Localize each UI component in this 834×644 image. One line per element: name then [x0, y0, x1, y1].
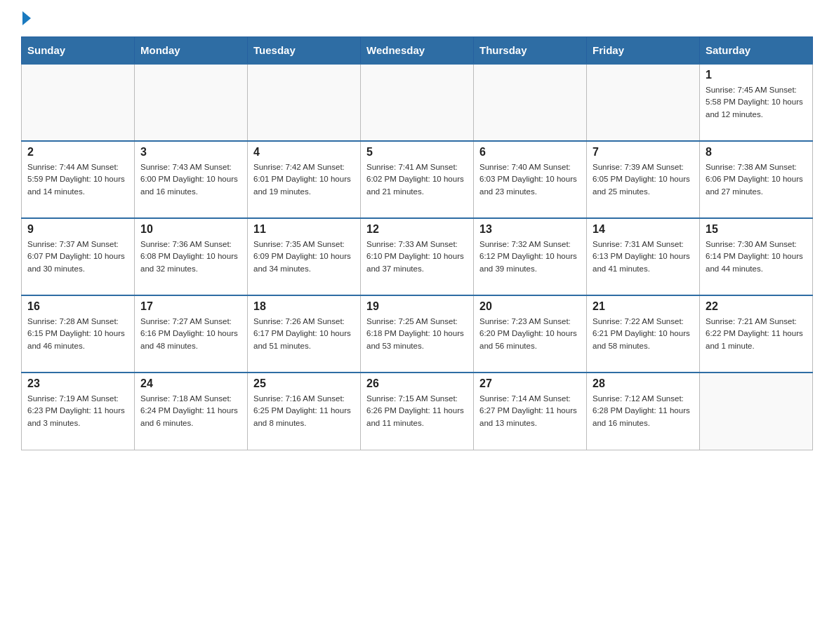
calendar-cell [587, 64, 700, 141]
calendar-cell: 4Sunrise: 7:42 AM Sunset: 6:01 PM Daylig… [248, 141, 361, 218]
day-number: 18 [253, 300, 355, 313]
column-header-thursday: Thursday [474, 37, 587, 65]
calendar-cell: 21Sunrise: 7:22 AM Sunset: 6:21 PM Dayli… [587, 295, 700, 373]
day-number: 25 [253, 377, 355, 390]
day-info: Sunrise: 7:12 AM Sunset: 6:28 PM Dayligh… [593, 393, 694, 429]
day-number: 24 [140, 377, 241, 390]
calendar-cell [474, 64, 587, 141]
calendar-header-row: SundayMondayTuesdayWednesdayThursdayFrid… [22, 37, 813, 65]
day-number: 12 [366, 223, 468, 236]
calendar-cell: 22Sunrise: 7:21 AM Sunset: 6:22 PM Dayli… [700, 295, 813, 373]
column-header-wednesday: Wednesday [361, 37, 474, 65]
day-info: Sunrise: 7:16 AM Sunset: 6:25 PM Dayligh… [253, 393, 355, 429]
day-number: 1 [706, 69, 807, 81]
day-info: Sunrise: 7:43 AM Sunset: 6:00 PM Dayligh… [140, 161, 241, 198]
day-number: 9 [27, 223, 128, 236]
day-number: 26 [366, 377, 468, 390]
day-number: 16 [27, 300, 128, 313]
day-info: Sunrise: 7:30 AM Sunset: 6:14 PM Dayligh… [706, 239, 807, 275]
day-info: Sunrise: 7:36 AM Sunset: 6:08 PM Dayligh… [140, 239, 241, 275]
day-info: Sunrise: 7:45 AM Sunset: 5:58 PM Dayligh… [706, 84, 807, 121]
day-number: 4 [253, 146, 355, 159]
calendar-cell [248, 64, 361, 141]
logo-text [21, 14, 31, 25]
column-header-sunday: Sunday [22, 37, 135, 65]
day-info: Sunrise: 7:22 AM Sunset: 6:21 PM Dayligh… [593, 316, 694, 352]
day-info: Sunrise: 7:37 AM Sunset: 6:07 PM Dayligh… [27, 239, 128, 275]
calendar-cell: 27Sunrise: 7:14 AM Sunset: 6:27 PM Dayli… [474, 373, 587, 450]
day-number: 2 [27, 146, 128, 159]
calendar-cell: 5Sunrise: 7:41 AM Sunset: 6:02 PM Daylig… [361, 141, 474, 218]
day-info: Sunrise: 7:25 AM Sunset: 6:18 PM Dayligh… [366, 316, 468, 352]
day-info: Sunrise: 7:40 AM Sunset: 6:03 PM Dayligh… [479, 161, 581, 198]
day-info: Sunrise: 7:21 AM Sunset: 6:22 PM Dayligh… [706, 316, 807, 352]
day-info: Sunrise: 7:19 AM Sunset: 6:23 PM Dayligh… [27, 393, 128, 429]
calendar-cell: 9Sunrise: 7:37 AM Sunset: 6:07 PM Daylig… [22, 218, 135, 295]
day-info: Sunrise: 7:31 AM Sunset: 6:13 PM Dayligh… [593, 239, 694, 275]
day-number: 7 [593, 146, 694, 159]
day-info: Sunrise: 7:33 AM Sunset: 6:10 PM Dayligh… [366, 239, 468, 275]
day-number: 22 [706, 300, 807, 313]
day-info: Sunrise: 7:27 AM Sunset: 6:16 PM Dayligh… [140, 316, 241, 352]
day-info: Sunrise: 7:32 AM Sunset: 6:12 PM Dayligh… [479, 239, 581, 275]
calendar-cell: 16Sunrise: 7:28 AM Sunset: 6:15 PM Dayli… [22, 295, 135, 373]
week-row-2: 2Sunrise: 7:44 AM Sunset: 5:59 PM Daylig… [22, 141, 813, 218]
day-info: Sunrise: 7:41 AM Sunset: 6:02 PM Dayligh… [366, 161, 468, 198]
calendar-cell: 19Sunrise: 7:25 AM Sunset: 6:18 PM Dayli… [361, 295, 474, 373]
column-header-tuesday: Tuesday [248, 37, 361, 65]
column-header-saturday: Saturday [700, 37, 813, 65]
calendar-cell [361, 64, 474, 141]
day-number: 27 [479, 377, 581, 390]
calendar-cell: 28Sunrise: 7:12 AM Sunset: 6:28 PM Dayli… [587, 373, 700, 450]
day-info: Sunrise: 7:39 AM Sunset: 6:05 PM Dayligh… [593, 161, 694, 198]
calendar-cell: 18Sunrise: 7:26 AM Sunset: 6:17 PM Dayli… [248, 295, 361, 373]
calendar-cell: 17Sunrise: 7:27 AM Sunset: 6:16 PM Dayli… [135, 295, 248, 373]
day-number: 11 [253, 223, 355, 236]
day-number: 5 [366, 146, 468, 159]
day-info: Sunrise: 7:14 AM Sunset: 6:27 PM Dayligh… [479, 393, 581, 429]
day-number: 3 [140, 146, 241, 159]
calendar-cell [22, 64, 135, 141]
calendar-cell [135, 64, 248, 141]
calendar-cell: 12Sunrise: 7:33 AM Sunset: 6:10 PM Dayli… [361, 218, 474, 295]
day-number: 21 [593, 300, 694, 313]
day-info: Sunrise: 7:44 AM Sunset: 5:59 PM Dayligh… [27, 161, 128, 198]
day-number: 14 [593, 223, 694, 236]
logo [21, 14, 31, 22]
column-header-monday: Monday [135, 37, 248, 65]
day-info: Sunrise: 7:35 AM Sunset: 6:09 PM Dayligh… [253, 239, 355, 275]
day-number: 10 [140, 223, 241, 236]
calendar-cell: 7Sunrise: 7:39 AM Sunset: 6:05 PM Daylig… [587, 141, 700, 218]
day-number: 19 [366, 300, 468, 313]
day-number: 28 [593, 377, 694, 390]
calendar-cell: 20Sunrise: 7:23 AM Sunset: 6:20 PM Dayli… [474, 295, 587, 373]
day-number: 23 [27, 377, 128, 390]
calendar-cell: 14Sunrise: 7:31 AM Sunset: 6:13 PM Dayli… [587, 218, 700, 295]
calendar-cell: 8Sunrise: 7:38 AM Sunset: 6:06 PM Daylig… [700, 141, 813, 218]
calendar-cell: 3Sunrise: 7:43 AM Sunset: 6:00 PM Daylig… [135, 141, 248, 218]
day-info: Sunrise: 7:26 AM Sunset: 6:17 PM Dayligh… [253, 316, 355, 352]
calendar-cell: 26Sunrise: 7:15 AM Sunset: 6:26 PM Dayli… [361, 373, 474, 450]
calendar-cell: 25Sunrise: 7:16 AM Sunset: 6:25 PM Dayli… [248, 373, 361, 450]
column-header-friday: Friday [587, 37, 700, 65]
day-info: Sunrise: 7:28 AM Sunset: 6:15 PM Dayligh… [27, 316, 128, 352]
day-number: 6 [479, 146, 581, 159]
day-info: Sunrise: 7:42 AM Sunset: 6:01 PM Dayligh… [253, 161, 355, 198]
calendar-cell [700, 373, 813, 450]
calendar-cell: 10Sunrise: 7:36 AM Sunset: 6:08 PM Dayli… [135, 218, 248, 295]
day-info: Sunrise: 7:18 AM Sunset: 6:24 PM Dayligh… [140, 393, 241, 429]
day-info: Sunrise: 7:23 AM Sunset: 6:20 PM Dayligh… [479, 316, 581, 352]
calendar-cell: 11Sunrise: 7:35 AM Sunset: 6:09 PM Dayli… [248, 218, 361, 295]
calendar-table: SundayMondayTuesdayWednesdayThursdayFrid… [21, 36, 813, 450]
calendar-cell: 2Sunrise: 7:44 AM Sunset: 5:59 PM Daylig… [22, 141, 135, 218]
week-row-1: 1Sunrise: 7:45 AM Sunset: 5:58 PM Daylig… [22, 64, 813, 141]
day-number: 15 [706, 223, 807, 236]
week-row-4: 16Sunrise: 7:28 AM Sunset: 6:15 PM Dayli… [22, 295, 813, 373]
calendar-cell: 15Sunrise: 7:30 AM Sunset: 6:14 PM Dayli… [700, 218, 813, 295]
page-header [21, 14, 813, 22]
calendar-cell: 1Sunrise: 7:45 AM Sunset: 5:58 PM Daylig… [700, 64, 813, 141]
week-row-3: 9Sunrise: 7:37 AM Sunset: 6:07 PM Daylig… [22, 218, 813, 295]
logo-arrow-icon [22, 11, 31, 25]
calendar-cell: 13Sunrise: 7:32 AM Sunset: 6:12 PM Dayli… [474, 218, 587, 295]
day-info: Sunrise: 7:15 AM Sunset: 6:26 PM Dayligh… [366, 393, 468, 429]
